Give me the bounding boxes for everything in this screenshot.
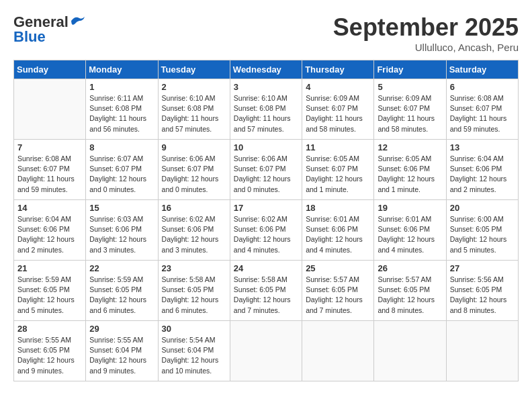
day-number: 15 — [89, 203, 154, 213]
day-number: 20 — [450, 203, 515, 213]
day-number: 17 — [234, 203, 298, 213]
calendar-cell: 15Sunrise: 6:03 AM Sunset: 6:06 PM Dayli… — [86, 200, 158, 261]
calendar-cell: 21Sunrise: 5:59 AM Sunset: 6:05 PM Dayli… — [14, 261, 86, 321]
logo-bird-icon — [70, 15, 85, 26]
day-number: 1 — [89, 82, 154, 92]
day-info: Sunrise: 5:57 AM Sunset: 6:05 PM Dayligh… — [378, 275, 442, 316]
calendar-cell: 27Sunrise: 5:56 AM Sunset: 6:05 PM Dayli… — [446, 261, 518, 321]
day-info: Sunrise: 6:08 AM Sunset: 6:07 PM Dayligh… — [450, 93, 515, 134]
calendar-cell: 10Sunrise: 6:06 AM Sunset: 6:07 PM Dayli… — [230, 140, 302, 200]
calendar-week-row: 1Sunrise: 6:11 AM Sunset: 6:08 PM Daylig… — [14, 79, 519, 140]
calendar-cell: 30Sunrise: 5:54 AM Sunset: 6:04 PM Dayli… — [158, 321, 230, 381]
day-number: 24 — [234, 263, 298, 273]
calendar-cell — [374, 321, 446, 381]
weekday-header-monday: Monday — [86, 60, 158, 79]
day-number: 6 — [450, 82, 515, 92]
title-block: September 2025 Ullulluco, Ancash, Peru — [333, 13, 519, 53]
calendar-cell: 11Sunrise: 6:05 AM Sunset: 6:07 PM Dayli… — [302, 140, 374, 200]
weekday-header-tuesday: Tuesday — [158, 60, 230, 79]
day-number: 22 — [89, 263, 154, 273]
day-info: Sunrise: 6:05 AM Sunset: 6:06 PM Dayligh… — [378, 154, 442, 195]
day-info: Sunrise: 5:59 AM Sunset: 6:05 PM Dayligh… — [17, 275, 82, 316]
day-number: 5 — [378, 82, 442, 92]
calendar-cell: 8Sunrise: 6:07 AM Sunset: 6:07 PM Daylig… — [86, 140, 158, 200]
calendar-cell: 18Sunrise: 6:01 AM Sunset: 6:06 PM Dayli… — [302, 200, 374, 261]
day-info: Sunrise: 5:59 AM Sunset: 6:05 PM Dayligh… — [89, 275, 154, 316]
day-info: Sunrise: 5:58 AM Sunset: 6:05 PM Dayligh… — [234, 275, 298, 316]
day-number: 7 — [17, 142, 82, 152]
weekday-header-thursday: Thursday — [302, 60, 374, 79]
day-info: Sunrise: 6:09 AM Sunset: 6:07 PM Dayligh… — [306, 93, 370, 134]
day-info: Sunrise: 5:55 AM Sunset: 6:05 PM Dayligh… — [17, 335, 82, 376]
location-subtitle: Ullulluco, Ancash, Peru — [333, 42, 519, 53]
calendar-cell: 3Sunrise: 6:10 AM Sunset: 6:08 PM Daylig… — [230, 79, 302, 140]
day-info: Sunrise: 6:01 AM Sunset: 6:06 PM Dayligh… — [306, 214, 370, 255]
day-number: 13 — [450, 142, 515, 152]
day-info: Sunrise: 5:58 AM Sunset: 6:05 PM Dayligh… — [162, 275, 226, 316]
day-number: 11 — [306, 142, 370, 152]
weekday-header-wednesday: Wednesday — [230, 60, 302, 79]
day-info: Sunrise: 6:00 AM Sunset: 6:05 PM Dayligh… — [450, 214, 515, 255]
day-number: 23 — [162, 263, 226, 273]
day-number: 8 — [89, 142, 154, 152]
day-number: 19 — [378, 203, 442, 213]
day-number: 26 — [378, 263, 442, 273]
weekday-header-friday: Friday — [374, 60, 446, 79]
calendar-cell: 17Sunrise: 6:02 AM Sunset: 6:06 PM Dayli… — [230, 200, 302, 261]
day-info: Sunrise: 6:10 AM Sunset: 6:08 PM Dayligh… — [234, 93, 298, 134]
calendar-cell: 7Sunrise: 6:08 AM Sunset: 6:07 PM Daylig… — [14, 140, 86, 200]
calendar-cell — [14, 79, 86, 140]
day-info: Sunrise: 6:04 AM Sunset: 6:06 PM Dayligh… — [450, 154, 515, 195]
day-info: Sunrise: 6:11 AM Sunset: 6:08 PM Dayligh… — [89, 93, 154, 134]
day-info: Sunrise: 6:06 AM Sunset: 6:07 PM Dayligh… — [162, 154, 226, 195]
calendar-cell — [302, 321, 374, 381]
day-number: 21 — [17, 263, 82, 273]
day-number: 28 — [17, 324, 82, 334]
calendar-cell — [230, 321, 302, 381]
day-number: 4 — [306, 82, 370, 92]
day-number: 30 — [162, 324, 226, 334]
calendar-table: SundayMondayTuesdayWednesdayThursdayFrid… — [13, 60, 519, 381]
calendar-cell: 5Sunrise: 6:09 AM Sunset: 6:07 PM Daylig… — [374, 79, 446, 140]
day-info: Sunrise: 6:05 AM Sunset: 6:07 PM Dayligh… — [306, 154, 370, 195]
weekday-header-saturday: Saturday — [446, 60, 518, 79]
calendar-cell: 24Sunrise: 5:58 AM Sunset: 6:05 PM Dayli… — [230, 261, 302, 321]
calendar-cell: 28Sunrise: 5:55 AM Sunset: 6:05 PM Dayli… — [14, 321, 86, 381]
calendar-cell: 2Sunrise: 6:10 AM Sunset: 6:08 PM Daylig… — [158, 79, 230, 140]
calendar-cell: 25Sunrise: 5:57 AM Sunset: 6:05 PM Dayli… — [302, 261, 374, 321]
day-info: Sunrise: 6:10 AM Sunset: 6:08 PM Dayligh… — [162, 93, 226, 134]
weekday-header-sunday: Sunday — [14, 60, 86, 79]
day-info: Sunrise: 5:57 AM Sunset: 6:05 PM Dayligh… — [306, 275, 370, 316]
calendar-cell: 6Sunrise: 6:08 AM Sunset: 6:07 PM Daylig… — [446, 79, 518, 140]
weekday-header-row: SundayMondayTuesdayWednesdayThursdayFrid… — [14, 60, 519, 79]
page-header: General Blue September 2025 Ullulluco, A… — [13, 13, 519, 53]
day-info: Sunrise: 5:54 AM Sunset: 6:04 PM Dayligh… — [162, 335, 226, 376]
calendar-cell: 13Sunrise: 6:04 AM Sunset: 6:06 PM Dayli… — [446, 140, 518, 200]
day-info: Sunrise: 6:03 AM Sunset: 6:06 PM Dayligh… — [89, 214, 154, 255]
day-number: 25 — [306, 263, 370, 273]
calendar-cell: 26Sunrise: 5:57 AM Sunset: 6:05 PM Dayli… — [374, 261, 446, 321]
day-info: Sunrise: 6:02 AM Sunset: 6:06 PM Dayligh… — [234, 214, 298, 255]
calendar-cell: 19Sunrise: 6:01 AM Sunset: 6:06 PM Dayli… — [374, 200, 446, 261]
day-info: Sunrise: 6:02 AM Sunset: 6:06 PM Dayligh… — [162, 214, 226, 255]
calendar-cell: 9Sunrise: 6:06 AM Sunset: 6:07 PM Daylig… — [158, 140, 230, 200]
day-number: 2 — [162, 82, 226, 92]
calendar-cell: 20Sunrise: 6:00 AM Sunset: 6:05 PM Dayli… — [446, 200, 518, 261]
day-info: Sunrise: 6:07 AM Sunset: 6:07 PM Dayligh… — [89, 154, 154, 195]
calendar-cell: 12Sunrise: 6:05 AM Sunset: 6:06 PM Dayli… — [374, 140, 446, 200]
day-info: Sunrise: 5:55 AM Sunset: 6:04 PM Dayligh… — [89, 335, 154, 376]
day-number: 9 — [162, 142, 226, 152]
day-info: Sunrise: 6:01 AM Sunset: 6:06 PM Dayligh… — [378, 214, 442, 255]
month-title: September 2025 — [333, 13, 519, 42]
calendar-week-row: 7Sunrise: 6:08 AM Sunset: 6:07 PM Daylig… — [14, 140, 519, 200]
calendar-cell: 4Sunrise: 6:09 AM Sunset: 6:07 PM Daylig… — [302, 79, 374, 140]
day-info: Sunrise: 6:08 AM Sunset: 6:07 PM Dayligh… — [17, 154, 82, 195]
day-number: 12 — [378, 142, 442, 152]
day-number: 14 — [17, 203, 82, 213]
calendar-cell: 23Sunrise: 5:58 AM Sunset: 6:05 PM Dayli… — [158, 261, 230, 321]
day-number: 27 — [450, 263, 515, 273]
calendar-week-row: 14Sunrise: 6:04 AM Sunset: 6:06 PM Dayli… — [14, 200, 519, 261]
day-number: 16 — [162, 203, 226, 213]
calendar-cell: 1Sunrise: 6:11 AM Sunset: 6:08 PM Daylig… — [86, 79, 158, 140]
logo-blue: Blue — [13, 28, 46, 46]
